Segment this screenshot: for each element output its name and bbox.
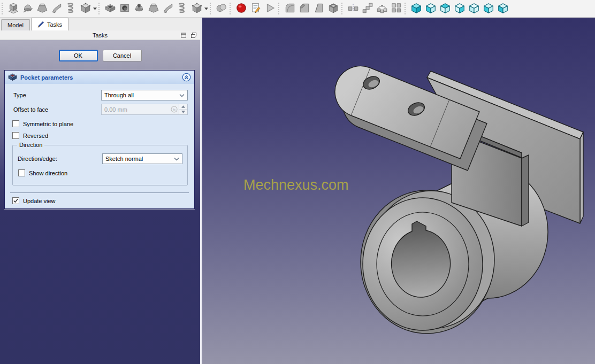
- main-toolbar: [0, 0, 595, 18]
- tab-tasks[interactable]: Tasks: [31, 18, 68, 30]
- view-rear-icon: [468, 2, 480, 15]
- collapse-section-icon[interactable]: [182, 73, 191, 82]
- toolbar-additive-primitive-button[interactable]: [78, 2, 93, 16]
- subtractive-pipe-icon: [162, 2, 174, 15]
- additive-helix-icon: [65, 2, 77, 15]
- toolbar-drag-handle[interactable]: [405, 3, 407, 14]
- toolbar-view-rear-button[interactable]: [467, 2, 481, 16]
- toolbar-subtractive-loft-button[interactable]: [146, 2, 161, 16]
- toolbar-drag-handle[interactable]: [98, 3, 101, 14]
- revolution-icon: [22, 2, 34, 15]
- spin-down-icon[interactable]: [179, 110, 187, 114]
- toolbar-additive-pipe-button[interactable]: [49, 2, 64, 16]
- symmetric-checkbox[interactable]: [12, 120, 19, 127]
- toolbar-macro-record-button[interactable]: [234, 2, 248, 16]
- fillet-icon: [284, 2, 296, 15]
- show-direction-row[interactable]: Show direction: [18, 169, 187, 176]
- show-direction-label: Show direction: [29, 170, 67, 176]
- update-view-row[interactable]: Update view: [12, 197, 194, 204]
- view-bottom-icon: [483, 2, 494, 15]
- float-panel-icon[interactable]: [190, 32, 197, 39]
- toolbar-group-additive: [6, 0, 97, 17]
- pad-icon: [7, 2, 19, 15]
- type-combobox[interactable]: Through all: [101, 90, 188, 100]
- dock-panel-icon[interactable]: [180, 32, 187, 39]
- boolean-operation-icon: [216, 2, 227, 15]
- toolbar-groove-button[interactable]: [132, 2, 146, 16]
- view-axonometric-icon: [410, 2, 422, 15]
- toolbar-pad-button[interactable]: [6, 2, 20, 16]
- pocket-parameters-title: Pocket parameters: [20, 74, 179, 81]
- toolbar-drag-handle[interactable]: [2, 3, 4, 14]
- toolbar-subtractive-helix-button[interactable]: [175, 2, 189, 16]
- direction-edge-row: Direction/edge: Sketch normal: [13, 145, 187, 164]
- cancel-button[interactable]: Cancel: [103, 50, 142, 61]
- type-row: Type Through all: [13, 90, 188, 100]
- direction-edge-combobox[interactable]: Sketch normal: [102, 153, 182, 164]
- toolbar-polar-pattern-button[interactable]: [375, 2, 389, 16]
- toolbar-view-bottom-button[interactable]: [481, 2, 495, 16]
- pocket-icon: [8, 73, 17, 82]
- offset-spinner: [179, 104, 187, 114]
- mirrored-icon: [347, 2, 359, 15]
- toolbar-hole-button[interactable]: [117, 2, 132, 16]
- toolbar-drag-handle[interactable]: [210, 3, 212, 14]
- toolbar-view-axonometric-button[interactable]: [409, 2, 423, 16]
- toolbar-mirrored-button[interactable]: [346, 2, 360, 16]
- pocket-parameters-dialog: Pocket parameters Type Through all: [4, 70, 195, 209]
- toolbar-subtractive-primitive-button[interactable]: [189, 2, 204, 16]
- freecad-window: Model Tasks Tasks OK: [0, 0, 595, 364]
- reversed-checkbox[interactable]: [12, 132, 19, 139]
- toolbar-thickness-button[interactable]: [326, 2, 340, 16]
- toolbar-pocket-button[interactable]: [103, 2, 117, 16]
- toolbar-group-transform: [346, 0, 403, 17]
- toolbar-boolean-operation-button[interactable]: [214, 2, 228, 16]
- toolbar-draft-button[interactable]: [311, 2, 326, 16]
- groove-icon: [133, 2, 145, 15]
- symmetric-row[interactable]: Symmetric to plane: [12, 120, 194, 127]
- toolbar-group-boolean: [214, 0, 228, 17]
- toolbar-drag-handle[interactable]: [278, 3, 281, 14]
- toolbar-revolution-button[interactable]: [20, 2, 35, 16]
- toolbar-subtractive-pipe-button[interactable]: [161, 2, 175, 16]
- type-value: Through all: [104, 92, 179, 98]
- toolbar-drag-handle[interactable]: [230, 3, 232, 14]
- cad-model[interactable]: [335, 66, 583, 334]
- watermark-text: Mechnexus.com: [243, 177, 349, 193]
- type-label: Type: [13, 92, 101, 98]
- additive-primitive-dropdown-arrow[interactable]: [93, 7, 97, 10]
- linear-pattern-icon: [362, 2, 373, 15]
- toolbar-chamfer-button[interactable]: [297, 2, 311, 16]
- expression-fx-icon[interactable]: fx: [171, 106, 179, 113]
- toolbar-multitransform-button[interactable]: [389, 2, 403, 16]
- toolbar-linear-pattern-button[interactable]: [360, 2, 375, 16]
- toolbar-view-front-button[interactable]: [423, 2, 438, 16]
- offset-row: Offset to face 0.00 mm fx: [13, 104, 188, 115]
- update-view-checkbox[interactable]: [12, 197, 19, 204]
- offset-value: 0.00 mm: [104, 106, 171, 113]
- toolbar-drag-handle[interactable]: [341, 3, 344, 14]
- ok-button[interactable]: OK: [59, 50, 98, 61]
- show-direction-checkbox[interactable]: [18, 169, 25, 176]
- view-left-icon: [497, 2, 509, 15]
- toolbar-view-right-button[interactable]: [452, 2, 467, 16]
- 3d-viewport[interactable]: Mechnexus.com: [202, 18, 595, 364]
- tab-model[interactable]: Model: [1, 19, 30, 30]
- toolbar-fillet-button[interactable]: [283, 2, 297, 16]
- additive-loft-icon: [36, 2, 48, 15]
- toolbar-additive-loft-button[interactable]: [35, 2, 49, 16]
- svg-text:fx: fx: [173, 107, 176, 111]
- offset-label: Offset to face: [13, 106, 101, 113]
- model-top-plate: [335, 66, 487, 171]
- toolbar-macro-execute-button[interactable]: [263, 2, 277, 16]
- subtractive-primitive-dropdown-arrow[interactable]: [204, 7, 209, 10]
- chevron-down-icon: [179, 94, 185, 97]
- tab-tasks-label: Tasks: [47, 21, 62, 28]
- toolbar-additive-helix-button[interactable]: [64, 2, 78, 16]
- toolbar-view-left-button[interactable]: [495, 2, 510, 16]
- toolbar-macro-edit-button[interactable]: [248, 2, 263, 16]
- offset-spinbox[interactable]: 0.00 mm fx: [101, 104, 188, 115]
- toolbar-view-top-button[interactable]: [438, 2, 452, 16]
- spin-up-icon[interactable]: [179, 104, 187, 110]
- reversed-row[interactable]: Reversed: [12, 132, 194, 139]
